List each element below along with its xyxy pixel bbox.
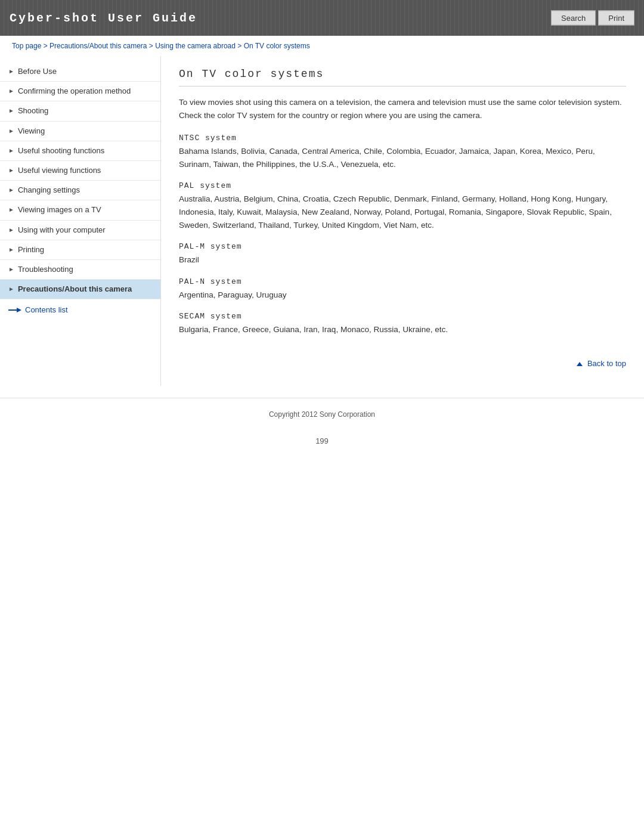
header-buttons: Search Print (551, 11, 634, 26)
ntsc-content: Bahama Islands, Bolivia, Canada, Central… (179, 145, 626, 171)
content-intro: To view movies shot using this camera on… (179, 96, 626, 122)
sidebar-item-printing[interactable]: ► Printing (0, 240, 160, 260)
svg-marker-1 (17, 308, 21, 312)
contents-list-link[interactable]: Contents list (0, 299, 160, 320)
arrow-right-icon (8, 307, 21, 313)
chevron-right-icon: ► (8, 226, 14, 234)
ntsc-system-block: NTSC system Bahama Islands, Bolivia, Can… (179, 134, 626, 171)
secam-title: SECAM system (179, 312, 626, 321)
chevron-right-icon: ► (8, 67, 14, 76)
sidebar-item-useful-viewing[interactable]: ► Useful viewing functions (0, 161, 160, 181)
breadcrumb-tv-color[interactable]: On TV color systems (244, 42, 310, 50)
breadcrumb-precautions[interactable]: Precautions/About this camera (49, 42, 147, 50)
sidebar-item-precautions[interactable]: ► Precautions/About this camera (0, 280, 160, 299)
chevron-right-icon: ► (8, 166, 14, 175)
pal-m-content: Brazil (179, 253, 626, 267)
sidebar-item-confirming[interactable]: ► Confirming the operation method (0, 82, 160, 101)
back-to-top-link[interactable]: Back to top (577, 359, 626, 368)
header: Cyber-shot User Guide Search Print (0, 0, 644, 36)
chevron-right-icon: ► (8, 206, 14, 214)
triangle-up-icon (577, 362, 583, 366)
print-button[interactable]: Print (598, 11, 634, 26)
chevron-right-icon: ► (8, 147, 14, 155)
pal-m-title: PAL-M system (179, 242, 626, 251)
chevron-right-icon: ► (8, 87, 14, 95)
secam-content: Bulgaria, France, Greece, Guiana, Iran, … (179, 323, 626, 336)
sidebar-item-changing-settings[interactable]: ► Changing settings (0, 181, 160, 200)
chevron-right-icon: ► (8, 127, 14, 135)
sidebar-item-before-use[interactable]: ► Before Use (0, 62, 160, 82)
breadcrumb-top[interactable]: Top page (12, 42, 41, 50)
sidebar: ► Before Use ► Confirming the operation … (0, 56, 161, 386)
breadcrumb-using-abroad[interactable]: Using the camera abroad (155, 42, 236, 50)
pal-content: Australia, Austria, Belgium, China, Croa… (179, 193, 626, 231)
pal-title: PAL system (179, 181, 626, 190)
secam-system-block: SECAM system Bulgaria, France, Greece, G… (179, 312, 626, 336)
app-title: Cyber-shot User Guide (10, 11, 197, 25)
pal-n-system-block: PAL-N system Argentina, Paraguay, Urugua… (179, 277, 626, 302)
pal-system-block: PAL system Australia, Austria, Belgium, … (179, 181, 626, 231)
sidebar-item-troubleshooting[interactable]: ► Troubleshooting (0, 260, 160, 280)
sidebar-item-shooting[interactable]: ► Shooting (0, 101, 160, 121)
page-title: On TV color systems (179, 68, 626, 86)
pal-n-content: Argentina, Paraguay, Uruguay (179, 289, 626, 302)
chevron-right-icon: ► (8, 186, 14, 194)
sidebar-item-useful-shooting[interactable]: ► Useful shooting functions (0, 141, 160, 161)
chevron-right-icon: ► (8, 265, 14, 274)
chevron-right-icon: ► (8, 107, 14, 115)
breadcrumb: Top page > Precautions/About this camera… (0, 36, 644, 56)
copyright-text: Copyright 2012 Sony Corporation (269, 410, 375, 419)
page-number: 199 (0, 436, 644, 445)
footer: Copyright 2012 Sony Corporation (0, 398, 644, 431)
sidebar-item-viewing-tv[interactable]: ► Viewing images on a TV (0, 200, 160, 220)
back-to-top: Back to top (179, 347, 626, 374)
pal-n-title: PAL-N system (179, 277, 626, 286)
chevron-right-icon: ► (8, 285, 14, 293)
ntsc-title: NTSC system (179, 134, 626, 143)
search-button[interactable]: Search (551, 11, 596, 26)
main-layout: ► Before Use ► Confirming the operation … (0, 56, 644, 386)
pal-m-system-block: PAL-M system Brazil (179, 242, 626, 267)
sidebar-item-computer[interactable]: ► Using with your computer (0, 221, 160, 240)
content-area: On TV color systems To view movies shot … (161, 56, 644, 386)
chevron-right-icon: ► (8, 246, 14, 254)
sidebar-item-viewing[interactable]: ► Viewing (0, 122, 160, 141)
